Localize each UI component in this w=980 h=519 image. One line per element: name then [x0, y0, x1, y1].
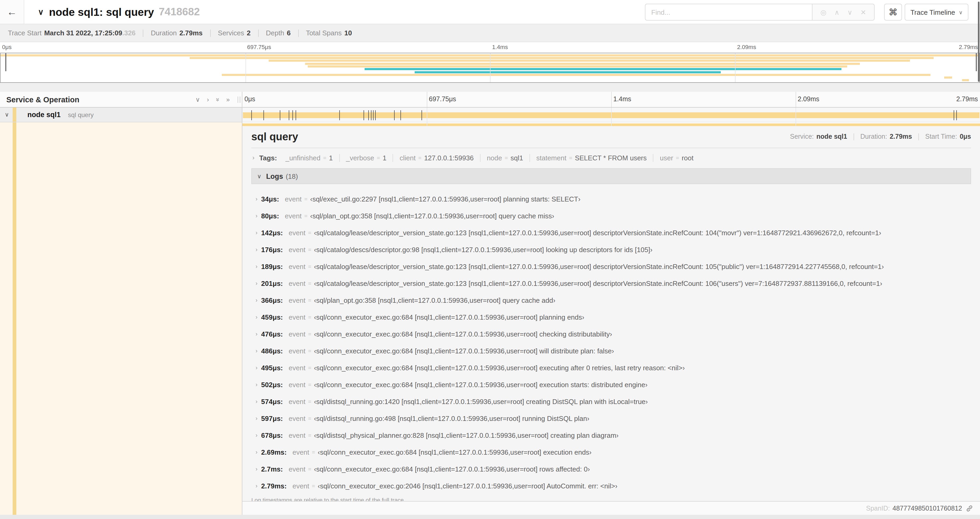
log-tick-marker: [422, 110, 422, 120]
minimap-span-bar: [189, 57, 933, 59]
log-field-value: ‹sql/conn_executor_exec.go:684 [nsql1,cl…: [314, 364, 685, 372]
equals-sign: =: [676, 155, 679, 161]
log-entry-row[interactable]: ›176μs:event=‹sql/catalog/descs/descript…: [251, 241, 971, 258]
log-timestamp: 142μs:: [261, 228, 283, 236]
logs-accordion-header[interactable]: ∨ Logs (18): [251, 168, 971, 184]
tag-value: root: [682, 154, 694, 162]
tag-value: 1: [382, 154, 386, 162]
locate-icon[interactable]: ◎: [820, 8, 826, 16]
log-entry-row[interactable]: ›2.79ms:event=‹sql/conn_executor_exec.go…: [251, 477, 971, 494]
log-expand-icon: ›: [256, 449, 258, 455]
next-result-icon[interactable]: ∨: [848, 8, 853, 16]
back-button[interactable]: ←: [0, 0, 24, 24]
log-field-key: event: [285, 212, 302, 220]
log-entry-row[interactable]: ›142μs:event=‹sql/catalog/lease/descript…: [251, 224, 971, 241]
equals-sign: =: [308, 466, 311, 472]
timeline-gridline: [245, 53, 246, 82]
tag-value: SELECT * FROM users: [575, 154, 647, 162]
trace-summary-bar: Trace StartMarch 31 2022, 17:25:09.326Du…: [0, 24, 980, 42]
jaeger-trace-page: ← ∨ node sql1: sql query 7418682 ◎ ∧ ∨ ✕…: [0, 0, 980, 519]
separator: [854, 133, 854, 140]
prev-result-icon[interactable]: ∧: [834, 8, 839, 16]
log-entry-row[interactable]: ›366μs:event=‹sql/plan_opt.go:358 [nsql1…: [251, 292, 971, 308]
tag-value: 1: [329, 154, 333, 162]
log-field-key: event: [289, 431, 305, 439]
logs-collapse-icon: ∨: [257, 173, 261, 180]
minimap-right-scrubber[interactable]: [976, 53, 977, 71]
vertical-scrollbar-thumb[interactable]: [978, 2, 980, 82]
span-collapse-chevron-icon[interactable]: ∨: [5, 111, 9, 118]
expand-all-icon[interactable]: »: [226, 96, 230, 102]
overview-label: Service:: [790, 133, 814, 140]
log-field-key: event: [289, 398, 305, 405]
log-tick-marker: [956, 110, 957, 120]
trace-summary-value: 2.79ms: [180, 29, 203, 37]
log-timestamp: 476μs:: [261, 330, 283, 338]
tag-item: user=root: [653, 154, 700, 162]
log-tick-marker: [364, 110, 364, 120]
log-entry-row[interactable]: ›502μs:event=‹sql/conn_executor_exec.go:…: [251, 376, 971, 393]
span-row-name-cell[interactable]: ∨ node sql1 sql query: [0, 108, 242, 122]
equals-sign: =: [308, 331, 311, 337]
log-entry-row[interactable]: ›2.7ms:event=‹sql/conn_executor_exec.go:…: [251, 460, 971, 477]
log-field-key: event: [293, 482, 309, 490]
log-timestamp: 459μs:: [261, 313, 283, 321]
log-field-value: ‹sql/exec_util.go:2297 [nsql1,client=127…: [310, 195, 581, 203]
column-resize-grip[interactable]: [238, 96, 240, 103]
tag-item: statement=SELECT * FROM users: [530, 154, 653, 162]
minimap-span-bar: [305, 62, 860, 65]
log-entry-row[interactable]: ›189μs:event=‹sql/catalog/lease/descript…: [251, 258, 971, 275]
log-entry-row[interactable]: ›34μs:event=‹sql/exec_util.go:2297 [nsql…: [251, 190, 971, 207]
log-field-value: ‹sql/conn_executor_exec.go:684 [nsql1,cl…: [314, 380, 648, 388]
span-detail-title: sql query: [251, 131, 298, 143]
log-expand-icon: ›: [256, 331, 258, 337]
span-detail-header: sql query Service:node sql1Duration:2.79…: [251, 126, 971, 148]
log-entry-row[interactable]: ›459μs:event=‹sql/conn_executor_exec.go:…: [251, 308, 971, 326]
minimap-left-scrubber[interactable]: [5, 53, 6, 71]
equals-sign: =: [418, 155, 422, 161]
log-timestamp: 189μs:: [261, 262, 283, 270]
clear-search-icon[interactable]: ✕: [861, 8, 866, 16]
log-entry-row[interactable]: ›80μs:event=‹sql/plan_opt.go:358 [nsql1,…: [251, 207, 971, 224]
log-field-key: event: [289, 380, 305, 388]
tags-accordion[interactable]: › Tags: _unfinished=1_verbose=1client=12…: [251, 148, 971, 167]
find-suffix-controls: ◎ ∧ ∨ ✕: [813, 4, 875, 21]
view-selector-button[interactable]: Trace Timeline ∨: [905, 4, 969, 21]
log-timestamp: 201μs:: [261, 279, 283, 287]
log-entry-row[interactable]: ›574μs:event=‹sql/distsql_running.go:142…: [251, 393, 971, 410]
span-color-stripe: [13, 122, 16, 515]
expand-one-icon[interactable]: ›: [207, 96, 209, 102]
log-entry-row[interactable]: ›597μs:event=‹sql/distsql_running.go:498…: [251, 410, 971, 427]
log-expand-icon: ›: [256, 196, 258, 202]
detail-row-name-column: [0, 122, 242, 515]
log-entry-row[interactable]: ›495μs:event=‹sql/conn_executor_exec.go:…: [251, 359, 971, 376]
log-field-value: ‹sql/conn_executor_exec.go:684 [nsql1,cl…: [314, 465, 590, 473]
keyboard-shortcuts-button[interactable]: ⌘: [884, 4, 902, 21]
log-tick-marker: [400, 110, 401, 120]
deep-link-icon[interactable]: [966, 505, 973, 512]
equals-sign: =: [312, 482, 315, 489]
span-operation-name: sql query: [68, 111, 94, 118]
timeline-gridline: [795, 122, 796, 126]
log-entry-row[interactable]: ›678μs:event=‹sql/distsql_physical_plann…: [251, 427, 971, 444]
span-row-timeline-cell[interactable]: [242, 108, 980, 122]
log-entry-row[interactable]: ›201μs:event=‹sql/catalog/lease/descript…: [251, 275, 971, 292]
separator: [143, 29, 143, 37]
trace-title-chevron-icon[interactable]: ∨: [38, 7, 44, 17]
collapse-one-icon[interactable]: ∨: [196, 96, 200, 102]
equals-sign: =: [569, 155, 572, 161]
tag-key: _unfinished: [285, 154, 320, 162]
page-title: node sql1: sql query: [49, 6, 154, 18]
log-entry-row[interactable]: ›2.69ms:event=‹sql/conn_executor_exec.go…: [251, 444, 971, 460]
timeline-ticks-header: 0μs697.75μs1.4ms2.09ms2.79ms: [242, 92, 980, 107]
timeline-gridline: [795, 108, 796, 122]
log-entry-row[interactable]: ›486μs:event=‹sql/conn_executor_exec.go:…: [251, 342, 971, 359]
find-input[interactable]: [645, 4, 813, 21]
log-entry-row[interactable]: ›476μs:event=‹sql/conn_executor_exec.go:…: [251, 326, 971, 342]
log-timestamp: 2.7ms:: [261, 465, 283, 473]
log-field-value: ‹sql/plan_opt.go:358 [nsql1,client=127.0…: [310, 212, 554, 220]
log-expand-icon: ›: [256, 263, 258, 270]
log-tick-marker: [368, 110, 369, 120]
minimap-canvas[interactable]: [0, 53, 980, 83]
collapse-all-icon[interactable]: »: [215, 97, 221, 101]
